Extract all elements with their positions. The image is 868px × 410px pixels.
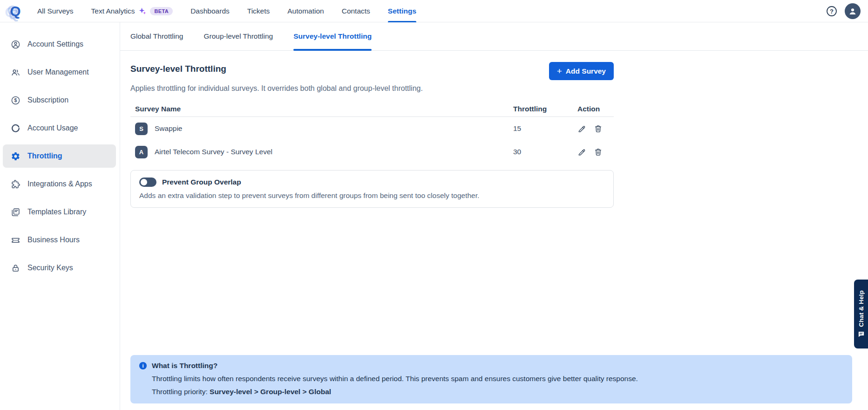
sidebar-item-security-keys[interactable]: Security Keys <box>3 256 116 280</box>
sparkle-icon <box>138 7 147 15</box>
sidebar-item-account-usage[interactable]: Account Usage <box>3 116 116 140</box>
delete-button[interactable] <box>594 124 603 133</box>
brand-logo[interactable]: Q <box>5 1 26 21</box>
table-row: A Airtel Telecom Survey - Survey Level 3… <box>130 140 614 164</box>
settings-sidebar: Account Settings User Management $ Subsc… <box>0 22 120 410</box>
sidebar-item-business-hours[interactable]: Business Hours <box>3 228 116 252</box>
survey-initial-badge: A <box>135 146 148 158</box>
nav-item-tickets[interactable]: Tickets <box>247 0 270 22</box>
beta-badge: BETA <box>150 7 173 15</box>
sidebar-item-label: Business Hours <box>27 236 80 244</box>
puzzle-icon <box>11 179 20 189</box>
primary-nav: All Surveys Text Analytics BETA Dashboar… <box>37 0 416 22</box>
tab-label: Survey-level Throttling <box>293 32 372 41</box>
nav-label: Contacts <box>342 7 370 15</box>
tab-group-level-throttling[interactable]: Group-level Throttling <box>203 22 273 50</box>
plus-icon: + <box>557 67 562 75</box>
sidebar-item-templates-library[interactable]: Templates Library <box>3 200 116 224</box>
nav-label: Dashboards <box>190 7 230 15</box>
prevent-group-overlap-toggle[interactable] <box>139 178 156 187</box>
main-layout: Account Settings User Management $ Subsc… <box>0 22 868 410</box>
help-icon[interactable]: ? <box>826 6 837 17</box>
content-area: Global Throttling Group-level Throttling… <box>120 22 868 410</box>
chat-bubble-icon <box>858 331 865 338</box>
tab-label: Group-level Throttling <box>203 32 273 41</box>
sidebar-item-subscription[interactable]: $ Subscription <box>3 89 116 112</box>
sidebar-item-throttling[interactable]: Throttling <box>3 144 116 168</box>
throttling-value: 15 <box>513 124 577 133</box>
ticket-icon <box>11 235 20 245</box>
sidebar-item-label: Security Keys <box>27 264 73 272</box>
table-header-row: Survey Name Throttling Action <box>130 101 614 117</box>
tab-global-throttling[interactable]: Global Throttling <box>130 22 183 50</box>
survey-name: Airtel Telecom Survey - Survey Level <box>155 148 272 156</box>
add-survey-button-label: Add Survey <box>566 67 606 75</box>
chat-and-help-label: Chat & Help <box>858 290 865 327</box>
column-header-survey-name: Survey Name <box>130 105 513 113</box>
gear-icon <box>11 151 20 161</box>
templates-icon <box>11 207 20 217</box>
sidebar-item-user-management[interactable]: User Management <box>3 61 116 84</box>
edit-button[interactable] <box>577 148 586 157</box>
sidebar-item-label: Integrations & Apps <box>27 180 92 188</box>
page-description: Applies throttling for individual survey… <box>130 84 614 93</box>
nav-label: Settings <box>388 7 416 15</box>
table-row: S Swappie 15 <box>130 117 614 140</box>
prevent-group-overlap-description: Adds an extra validation step to prevent… <box>139 191 605 200</box>
info-icon-glyph: i <box>142 363 143 369</box>
prevent-group-overlap-label: Prevent Group Overlap <box>162 178 241 186</box>
chat-and-help-tab[interactable]: Chat & Help <box>854 280 868 348</box>
column-header-throttling: Throttling <box>513 105 577 113</box>
what-is-throttling-info-box: i What is Throttling? Throttling limits … <box>130 355 852 403</box>
pencil-icon <box>577 148 586 157</box>
dollar-circle-icon: $ <box>11 96 20 105</box>
prevent-group-overlap-card: Prevent Group Overlap Adds an extra vali… <box>130 170 614 208</box>
nav-label: Text Analytics <box>91 7 135 15</box>
delete-button[interactable] <box>594 148 603 157</box>
users-icon <box>11 68 20 77</box>
nav-item-contacts[interactable]: Contacts <box>342 0 370 22</box>
sidebar-item-account-settings[interactable]: Account Settings <box>3 33 116 56</box>
add-survey-button[interactable]: + Add Survey <box>549 62 614 80</box>
nav-item-dashboards[interactable]: Dashboards <box>190 0 230 22</box>
sidebar-item-label: Templates Library <box>27 208 86 216</box>
tab-panel-survey-level: Survey-level Throttling + Add Survey App… <box>120 51 868 410</box>
nav-label: Automation <box>287 7 324 15</box>
tab-survey-level-throttling[interactable]: Survey-level Throttling <box>293 22 372 50</box>
nav-item-automation[interactable]: Automation <box>287 0 324 22</box>
nav-label: Tickets <box>247 7 270 15</box>
dollar-glyph: $ <box>14 97 17 103</box>
survey-throttling-table: Survey Name Throttling Action S Swappie … <box>130 101 614 164</box>
info-priority-order: Survey-level > Group-level > Global <box>210 388 331 396</box>
user-avatar[interactable] <box>845 3 861 19</box>
toggle-knob <box>141 179 147 185</box>
sidebar-item-label: Account Settings <box>27 40 83 48</box>
pencil-icon <box>577 124 586 133</box>
sidebar-item-label: Subscription <box>27 96 68 104</box>
person-icon <box>848 6 858 16</box>
throttling-value: 30 <box>513 148 577 156</box>
sidebar-item-label: Account Usage <box>27 124 78 132</box>
top-navigation-bar: Q All Surveys Text Analytics BETA Dashbo… <box>0 0 868 22</box>
help-icon-glyph: ? <box>830 7 834 14</box>
sidebar-item-label: Throttling <box>27 152 62 160</box>
flex-spacer <box>130 208 852 355</box>
nav-label: All Surveys <box>37 7 74 15</box>
survey-initial-badge: S <box>135 123 148 135</box>
page-title: Survey-level Throttling <box>130 62 226 74</box>
sidebar-item-integrations-apps[interactable]: Integrations & Apps <box>3 172 116 196</box>
nav-item-all-surveys[interactable]: All Surveys <box>37 0 74 22</box>
nav-item-text-analytics[interactable]: Text Analytics BETA <box>91 0 173 22</box>
usage-ring-icon <box>11 123 20 133</box>
edit-button[interactable] <box>577 124 586 133</box>
nav-item-settings[interactable]: Settings <box>388 0 416 22</box>
survey-name: Swappie <box>155 124 182 133</box>
tab-label: Global Throttling <box>130 32 183 41</box>
trash-icon <box>594 124 603 133</box>
info-line-1: Throttling limits how often respondents … <box>139 375 844 383</box>
topbar-right-actions: ? <box>826 3 861 19</box>
info-priority-prefix: Throttling priority: <box>152 388 210 396</box>
info-icon: i <box>139 362 147 370</box>
info-title: What is Throttling? <box>152 362 217 370</box>
info-line-2: Throttling priority: Survey-level > Grou… <box>139 388 844 396</box>
